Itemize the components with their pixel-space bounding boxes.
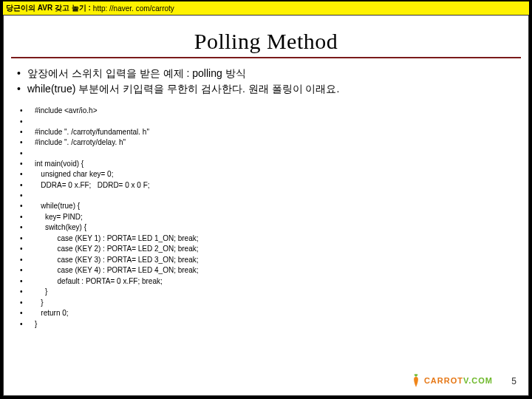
code-line: }	[14, 287, 518, 298]
page-number: 5	[511, 376, 516, 386]
code-line	[14, 149, 518, 159]
logo-text-2: V.COM	[463, 376, 493, 385]
bullet-item: while(true) 부분에서 키입력을 무한히 검사한다. 원래 폴링이 이…	[14, 81, 518, 97]
code-line: DDRA= 0 x.FF; DDRD= 0 x 0 F;	[14, 180, 518, 191]
code-line: while(true) {	[14, 201, 518, 212]
slide-title: Polling Method	[4, 29, 528, 54]
carrot-icon	[411, 373, 421, 388]
title-rule	[11, 57, 521, 58]
carrottv-logo: CARROTV.COM	[411, 373, 493, 388]
code-line: key= PIND;	[14, 212, 518, 223]
code-block: #include <avr/io.h>#include ". /carroty/…	[14, 106, 518, 330]
header-url: http: //naver. com/carroty	[93, 4, 174, 13]
code-line: int main(void) {	[14, 159, 518, 170]
code-line: #include ". /carroty/delay. h"	[14, 137, 518, 149]
content-area: 앞장에서 스위치 입력을 받은 예제 : polling 방식 while(tr…	[4, 66, 528, 330]
code-line: #include <avr/io.h>	[14, 106, 518, 117]
code-line: switch(key) {	[14, 222, 518, 233]
code-line: }	[14, 319, 518, 330]
code-line: case (KEY 3) : PORTA= LED 3_ON; break;	[14, 255, 518, 266]
main-bullets: 앞장에서 스위치 입력을 받은 예제 : polling 방식 while(tr…	[14, 66, 518, 97]
code-line: #include ". /carroty/fundamental. h"	[14, 127, 518, 138]
code-line: case (KEY 1) : PORTA= LED 1_ON; break;	[14, 233, 518, 245]
code-line: return 0;	[14, 308, 518, 319]
code-line: }	[14, 298, 518, 309]
slide: Polling Method 앞장에서 스위치 입력을 받은 예제 : poll…	[3, 15, 529, 396]
header-title: 당근이의 AVR 갖고 놀기 :	[6, 3, 91, 13]
code-line: default : PORTA= 0 x.FF; break;	[14, 276, 518, 287]
code-line: case (KEY 4) : PORTA= LED 4_ON; break;	[14, 265, 518, 276]
logo-text-1: CARROT	[424, 376, 463, 385]
code-line: case (KEY 2) : PORTA= LED 2_ON; break;	[14, 244, 518, 255]
code-line: unsigned char key= 0;	[14, 169, 518, 180]
bullet-item: 앞장에서 스위치 입력을 받은 예제 : polling 방식	[14, 66, 518, 81]
code-line	[14, 191, 518, 201]
code-line	[14, 117, 518, 127]
logo-text: CARROTV.COM	[424, 376, 493, 385]
header-bar: 당근이의 AVR 갖고 놀기 : http: //naver. com/carr…	[3, 1, 529, 15]
